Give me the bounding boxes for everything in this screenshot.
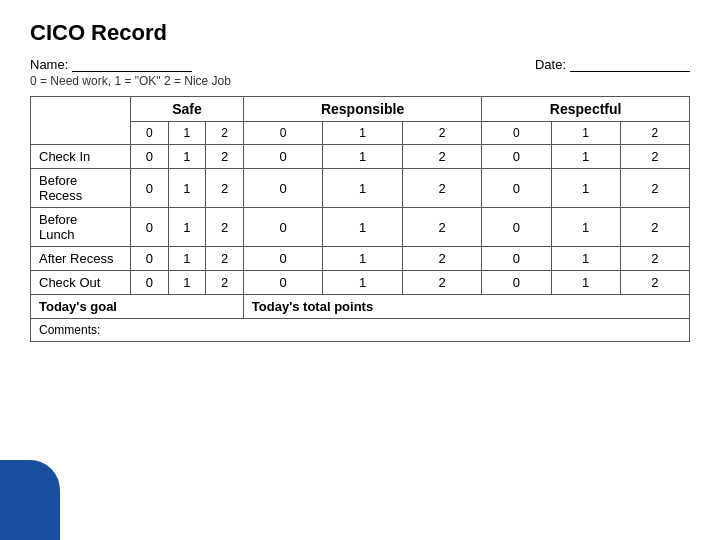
safe-header: Safe	[131, 97, 244, 122]
cell-2-3: 0	[243, 208, 322, 247]
cell-1-8: 2	[620, 169, 689, 208]
cell-3-8: 2	[620, 247, 689, 271]
resp-1: 1	[323, 122, 402, 145]
cell-2-5: 2	[402, 208, 482, 247]
cell-4-6: 0	[482, 271, 551, 295]
title: CICO Record	[30, 20, 690, 46]
row-label-2: Before Lunch	[31, 208, 131, 247]
cell-0-1: 1	[168, 145, 206, 169]
cell-4-1: 1	[168, 271, 206, 295]
row-label-1: Before Recess	[31, 169, 131, 208]
table-row: Check In012012012	[31, 145, 690, 169]
cell-2-7: 1	[551, 208, 620, 247]
cico-table: Safe Responsible Respectful 0 1 2 0 1 2 …	[30, 96, 690, 342]
cell-2-2: 2	[206, 208, 244, 247]
comments-row: Comments:	[31, 319, 690, 342]
safe-1: 1	[168, 122, 206, 145]
cell-3-1: 1	[168, 247, 206, 271]
today-goal: Today's goal	[31, 295, 244, 319]
cell-3-0: 0	[131, 247, 169, 271]
rspf-1: 1	[551, 122, 620, 145]
name-label: Name:	[30, 57, 68, 72]
cell-1-4: 1	[323, 169, 402, 208]
cell-3-7: 1	[551, 247, 620, 271]
cell-2-6: 0	[482, 208, 551, 247]
cell-4-0: 0	[131, 271, 169, 295]
resp-2: 2	[402, 122, 482, 145]
cell-2-4: 1	[323, 208, 402, 247]
table-row: Before Lunch012012012	[31, 208, 690, 247]
cell-2-1: 1	[168, 208, 206, 247]
cell-3-3: 0	[243, 247, 322, 271]
date-label: Date:	[535, 57, 566, 72]
cell-1-0: 0	[131, 169, 169, 208]
rspf-0: 0	[482, 122, 551, 145]
cell-0-4: 1	[323, 145, 402, 169]
cell-1-7: 1	[551, 169, 620, 208]
cell-2-0: 0	[131, 208, 169, 247]
resp-0: 0	[243, 122, 322, 145]
comments-field: Comments:	[31, 319, 690, 342]
rspf-2: 2	[620, 122, 689, 145]
decorative-corner	[0, 460, 60, 540]
footer-row: Today's goal Today's total points	[31, 295, 690, 319]
legend: 0 = Need work, 1 = "OK" 2 = Nice Job	[30, 74, 231, 88]
cell-4-4: 1	[323, 271, 402, 295]
form-header: Name: 0 = Need work, 1 = "OK" 2 = Nice J…	[30, 56, 690, 88]
cell-4-5: 2	[402, 271, 482, 295]
cell-0-5: 2	[402, 145, 482, 169]
cell-1-3: 0	[243, 169, 322, 208]
row-label-3: After Recess	[31, 247, 131, 271]
safe-2: 2	[206, 122, 244, 145]
cell-4-7: 1	[551, 271, 620, 295]
cell-0-3: 0	[243, 145, 322, 169]
cell-1-5: 2	[402, 169, 482, 208]
category-header-row: Safe Responsible Respectful	[31, 97, 690, 122]
cell-1-6: 0	[482, 169, 551, 208]
cell-3-2: 2	[206, 247, 244, 271]
cell-3-6: 0	[482, 247, 551, 271]
safe-0: 0	[131, 122, 169, 145]
cell-1-1: 1	[168, 169, 206, 208]
cell-3-5: 2	[402, 247, 482, 271]
cell-0-2: 2	[206, 145, 244, 169]
cell-0-8: 2	[620, 145, 689, 169]
cell-4-8: 2	[620, 271, 689, 295]
cell-4-3: 0	[243, 271, 322, 295]
table-row: After Recess012012012	[31, 247, 690, 271]
respectful-header: Respectful	[482, 97, 690, 122]
cell-0-0: 0	[131, 145, 169, 169]
cell-0-6: 0	[482, 145, 551, 169]
cell-0-7: 1	[551, 145, 620, 169]
cell-2-8: 2	[620, 208, 689, 247]
empty-header	[31, 97, 131, 145]
cell-4-2: 2	[206, 271, 244, 295]
today-total: Today's total points	[243, 295, 689, 319]
table-row: Before Recess012012012	[31, 169, 690, 208]
cell-1-2: 2	[206, 169, 244, 208]
row-label-4: Check Out	[31, 271, 131, 295]
row-label-0: Check In	[31, 145, 131, 169]
table-row: Check Out012012012	[31, 271, 690, 295]
responsible-header: Responsible	[243, 97, 481, 122]
cell-3-4: 1	[323, 247, 402, 271]
